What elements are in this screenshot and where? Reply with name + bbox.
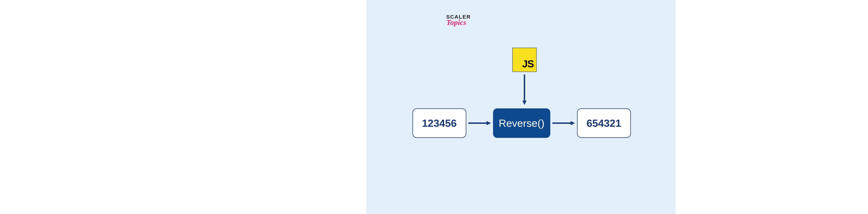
output-box: 654321 <box>577 108 631 138</box>
javascript-badge: JS <box>512 48 536 72</box>
svg-marker-5 <box>570 121 575 125</box>
diagram-canvas: SCALER Topics JS 123456 Reverse() 654321 <box>367 0 676 214</box>
svg-marker-1 <box>522 101 527 105</box>
function-label: Reverse() <box>499 117 545 129</box>
js-badge-label: JS <box>522 58 534 70</box>
output-value: 654321 <box>586 117 621 129</box>
flow-row: 123456 Reverse() 654321 <box>412 108 631 138</box>
arrow-right-icon <box>552 121 575 125</box>
function-box: Reverse() <box>493 108 550 138</box>
input-box: 123456 <box>412 108 466 138</box>
logo-line-2: Topics <box>446 18 466 27</box>
input-value: 123456 <box>422 117 457 129</box>
svg-marker-3 <box>487 121 491 125</box>
arrow-down-icon <box>522 75 527 105</box>
scaler-topics-logo: SCALER Topics <box>446 14 471 27</box>
arrow-right-icon <box>468 121 491 125</box>
